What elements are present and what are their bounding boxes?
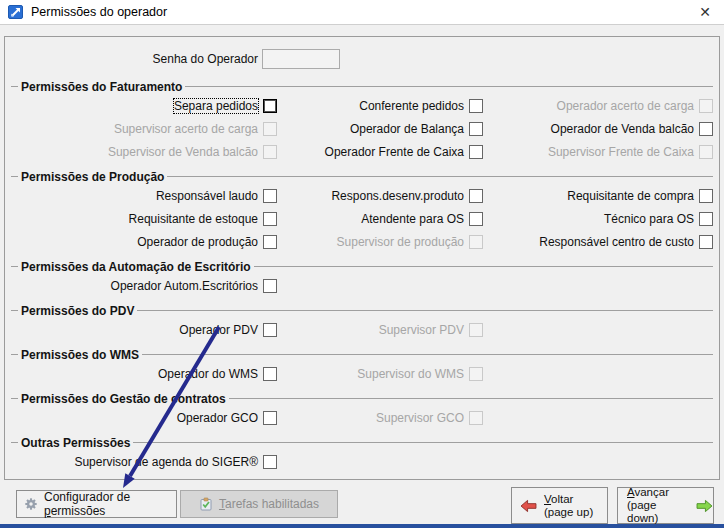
checkbox[interactable] xyxy=(263,411,277,425)
checkbox-row: Operador PDVSupervisor PDV xyxy=(11,318,713,341)
checkbox-row: Supervisor acerto de cargaOperador de Ba… xyxy=(11,117,713,140)
checkbox-label[interactable]: Técnico para OS xyxy=(604,212,694,226)
checkbox-label[interactable]: Operador GCO xyxy=(177,411,258,425)
checkbox-row: Operador Autom.Escritórios xyxy=(11,274,713,297)
checkbox[interactable] xyxy=(469,145,483,159)
checkbox-label: Supervisor Frente de Caixa xyxy=(548,145,694,159)
checkbox-label[interactable]: Supervisor de agenda do SIGER® xyxy=(74,455,258,469)
checkbox-label[interactable]: Separa pedidos xyxy=(174,99,258,113)
checkbox[interactable] xyxy=(469,189,483,203)
checkbox xyxy=(469,323,483,337)
avancar-button[interactable]: Avançar (page down) xyxy=(617,487,714,524)
checkbox[interactable] xyxy=(263,323,277,337)
checkbox-label: Operador acerto de carga xyxy=(557,99,694,113)
checkbox-label[interactable]: Responsável laudo xyxy=(156,189,258,203)
red-left-arrow-icon xyxy=(520,499,537,513)
checkbox xyxy=(469,411,483,425)
checkbox-label[interactable]: Requisitante de compra xyxy=(567,189,694,203)
checkbox[interactable] xyxy=(699,189,713,203)
operator-password-label: Senha do Operador xyxy=(11,52,258,66)
button-label: Tarefas habilitadas xyxy=(219,497,319,511)
titlebar: Permissões do operador ✕ xyxy=(0,0,724,25)
checkbox[interactable] xyxy=(469,212,483,226)
checkbox xyxy=(469,367,483,381)
checkbox xyxy=(699,145,713,159)
checkbox-row: Supervisor de agenda do SIGER® xyxy=(11,450,713,473)
checkbox-row: Requisitante de estoqueAtendente para OS… xyxy=(11,207,713,230)
section-title: Permissões do Gestão de contratos xyxy=(11,391,713,406)
section-title: Permissões de Produção xyxy=(11,169,713,184)
checkbox-label: Supervisor GCO xyxy=(376,411,464,425)
section-title: Permissões do Faturamento xyxy=(11,79,713,94)
operator-password-row: Senha do Operador xyxy=(11,48,713,70)
task-list-icon xyxy=(199,497,213,511)
checkbox-label: Supervisor PDV xyxy=(379,323,464,337)
checkbox[interactable] xyxy=(263,455,277,469)
checkbox-label[interactable]: Conferente pedidos xyxy=(359,99,464,113)
section-title: Outras Permissões xyxy=(11,435,713,450)
checkbox[interactable] xyxy=(263,367,277,381)
section-title: Permissões da Automação de Escritório xyxy=(11,259,713,274)
button-label: Configurador de permissões xyxy=(44,490,176,518)
app-icon xyxy=(8,4,24,20)
checkbox xyxy=(263,145,277,159)
checkbox-label[interactable]: Operador de Balança xyxy=(350,122,464,136)
checkbox[interactable] xyxy=(263,235,277,249)
operator-password-input[interactable] xyxy=(262,49,340,69)
section-title: Permissões do PDV xyxy=(11,303,713,318)
button-label: Voltar (page up) xyxy=(544,493,593,519)
window-bottom-edge xyxy=(0,524,724,528)
checkbox-label[interactable]: Atendente para OS xyxy=(361,212,464,226)
checkbox[interactable] xyxy=(263,189,277,203)
checkbox-label[interactable]: Operador do WMS xyxy=(158,367,258,381)
checkbox xyxy=(699,99,713,113)
configurador-permissoes-button[interactable]: Configurador de permissões xyxy=(16,490,177,518)
checkbox-row: Operador GCOSupervisor GCO xyxy=(11,406,713,429)
checkbox[interactable] xyxy=(263,212,277,226)
section-title: Permissões do WMS xyxy=(11,347,713,362)
gear-icon xyxy=(24,497,38,511)
checkbox-row: Supervisor de Venda balcãoOperador Frent… xyxy=(11,140,713,163)
checkbox[interactable] xyxy=(699,235,713,249)
checkbox-label[interactable]: Operador de Venda balcão xyxy=(551,122,694,136)
checkbox xyxy=(469,235,483,249)
sections: Permissões do FaturamentoSepara pedidosC… xyxy=(11,79,713,473)
checkbox-row: Separa pedidosConferente pedidosOperador… xyxy=(11,94,713,117)
tarefas-habilitadas-button: Tarefas habilitadas xyxy=(180,490,338,518)
close-icon[interactable]: ✕ xyxy=(692,1,718,23)
checkbox[interactable] xyxy=(263,279,277,293)
checkbox-label[interactable]: Requisitante de estoque xyxy=(129,212,258,226)
checkbox-row: Responsável laudoRespons.desenv.produtoR… xyxy=(11,184,713,207)
checkbox[interactable] xyxy=(699,212,713,226)
checkbox-label[interactable]: Respons.desenv.produto xyxy=(331,189,464,203)
button-label: Avançar (page down) xyxy=(627,486,690,525)
checkbox[interactable] xyxy=(699,122,713,136)
checkbox[interactable] xyxy=(469,99,483,113)
checkbox-label[interactable]: Operador Frente de Caixa xyxy=(325,145,464,159)
voltar-button[interactable]: Voltar (page up) xyxy=(511,487,608,524)
checkbox[interactable] xyxy=(469,122,483,136)
green-right-arrow-icon xyxy=(696,499,713,513)
checkbox-label[interactable]: Responsável centro de custo xyxy=(539,235,694,249)
checkbox-label: Supervisor do WMS xyxy=(357,367,464,381)
checkbox-label: Supervisor acerto de carga xyxy=(114,122,258,136)
window-title: Permissões do operador xyxy=(31,5,167,19)
checkbox-row: Operador de produçãoSupervisor de produç… xyxy=(11,230,713,253)
checkbox-label[interactable]: Operador PDV xyxy=(179,323,258,337)
checkbox-label: Supervisor de Venda balcão xyxy=(108,145,258,159)
checkbox-label[interactable]: Operador Autom.Escritórios xyxy=(111,279,258,293)
checkbox xyxy=(263,122,277,136)
checkbox[interactable] xyxy=(263,99,277,113)
permissions-panel: Senha do Operador Permissões do Faturame… xyxy=(4,36,720,480)
checkbox-row: Operador do WMSSupervisor do WMS xyxy=(11,362,713,385)
checkbox-label[interactable]: Operador de produção xyxy=(137,235,258,249)
checkbox-label: Supervisor de produção xyxy=(337,235,464,249)
